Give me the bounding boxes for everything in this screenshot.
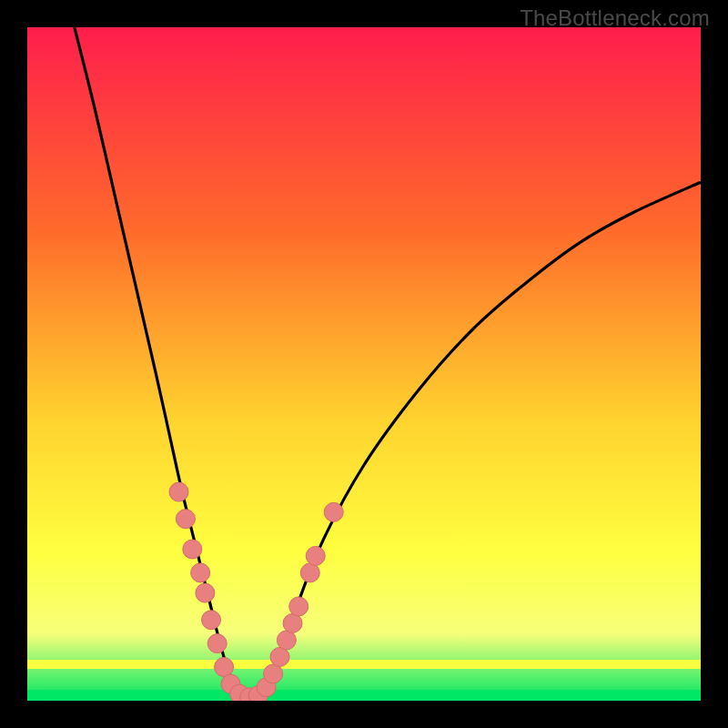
chart-svg bbox=[27, 27, 701, 701]
data-dot bbox=[207, 634, 227, 653]
data-dot bbox=[300, 563, 319, 582]
data-dot bbox=[215, 658, 234, 677]
data-dot bbox=[289, 597, 308, 616]
green-band bbox=[27, 690, 701, 701]
gradient-background bbox=[27, 27, 701, 701]
plot-area bbox=[27, 27, 701, 701]
data-dot bbox=[169, 482, 188, 501]
data-dot bbox=[202, 611, 221, 630]
yellow-band bbox=[27, 660, 701, 669]
data-dot bbox=[183, 540, 202, 559]
data-dot bbox=[191, 563, 210, 582]
data-dot bbox=[306, 546, 325, 565]
chart-container: TheBottleneck.com bbox=[0, 0, 728, 728]
data-dot bbox=[277, 631, 296, 650]
data-dot bbox=[196, 583, 215, 602]
data-dot bbox=[176, 510, 195, 529]
data-dot bbox=[270, 647, 289, 666]
data-dot bbox=[283, 613, 302, 632]
data-dot bbox=[324, 502, 343, 521]
data-dot bbox=[264, 664, 283, 683]
